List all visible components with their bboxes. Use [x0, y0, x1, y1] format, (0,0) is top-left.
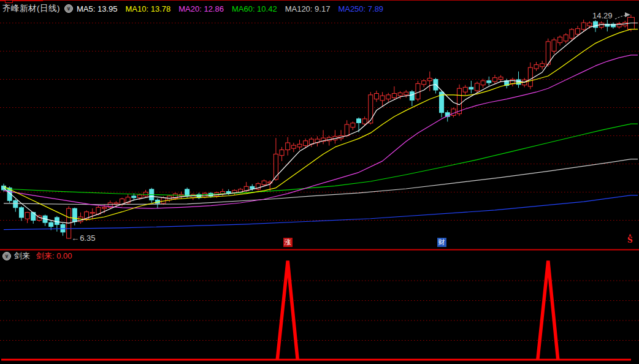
ma-label: MA120: 9.17 [285, 4, 331, 13]
signal-marker-s: ▲ S [627, 233, 633, 244]
high-price-label: 14.29 [592, 11, 613, 20]
ma-label: MA60: 10.42 [232, 4, 277, 13]
axis-badge[interactable]: 财 [437, 238, 446, 247]
indicator-value: 剑来: 0.00 [36, 251, 72, 262]
ma-label: MA20: 12.86 [178, 4, 224, 13]
signal-marker-text: S [627, 237, 633, 244]
main-chart-header: 齐峰新材(日线) ∨ MA5: 13.95MA10: 13.78MA20: 12… [2, 2, 391, 15]
candlestick-chart[interactable] [0, 0, 639, 364]
ma-label: MA5: 13.95 [77, 4, 118, 13]
ma-label: MA10: 13.78 [126, 4, 171, 13]
tdx-chart-window: 齐峰新材(日线) ∨ MA5: 13.95MA10: 13.78MA20: 12… [0, 0, 639, 364]
indicator-header: ∨ 剑来 剑来: 0.00 [2, 251, 72, 262]
low-price-label: ←6.35 [71, 233, 95, 243]
high-price-text: 14.29 [592, 11, 613, 20]
chevron-down-icon[interactable]: ∨ [64, 4, 73, 13]
arrow-left-icon: ← [71, 233, 79, 243]
ma-label: MA250: 7.89 [338, 4, 383, 13]
window-top-border [0, 0, 639, 1]
ma-legend: MA5: 13.95MA10: 13.78MA20: 12.86MA60: 10… [77, 4, 391, 13]
chevron-down-icon[interactable]: ∨ [2, 252, 11, 260]
stock-title: 齐峰新材(日线) [2, 3, 60, 14]
axis-badge[interactable]: 涨 [283, 238, 293, 247]
low-price-text: 6.35 [80, 233, 95, 243]
indicator-name: 剑来 [14, 251, 30, 262]
